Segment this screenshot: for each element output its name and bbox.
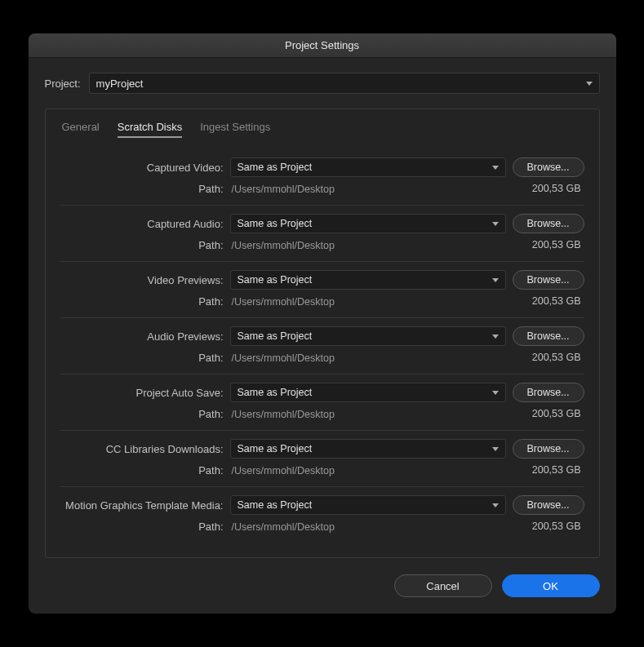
- captured-video-path: /Users/mmohl/Desktop: [230, 182, 506, 195]
- auto-save-size: 200,53 GB: [513, 408, 584, 419]
- video-previews-size: 200,53 GB: [513, 295, 584, 307]
- chevron-down-icon: [586, 82, 593, 86]
- audio-previews-label: Audio Previews:: [60, 330, 224, 343]
- dialog-title: Project Settings: [29, 33, 616, 58]
- settings-panel: General Scratch Disks Ingest Settings Ca…: [45, 109, 600, 558]
- motion-graphics-value: Same as Project: [238, 499, 313, 511]
- audio-previews-browse-button[interactable]: Browse...: [513, 326, 584, 346]
- project-settings-dialog: Project Settings Project: myProject Gene…: [29, 33, 616, 614]
- tab-ingest-settings[interactable]: Ingest Settings: [200, 117, 270, 138]
- project-label: Project:: [45, 78, 81, 90]
- audio-previews-size: 200,53 GB: [513, 352, 584, 363]
- cc-libraries-value: Same as Project: [238, 443, 313, 454]
- audio-previews-path: /Users/mmohl/Desktop: [230, 351, 506, 364]
- cc-libraries-browse-button[interactable]: Browse...: [513, 439, 584, 459]
- section-motion-graphics: Motion Graphics Template Media: Same as …: [60, 487, 584, 543]
- captured-audio-browse-button[interactable]: Browse...: [513, 214, 584, 233]
- path-label: Path:: [60, 408, 224, 420]
- path-label: Path:: [60, 295, 224, 308]
- captured-video-browse-button[interactable]: Browse...: [513, 157, 584, 177]
- captured-audio-path: /Users/mmohl/Desktop: [230, 238, 506, 251]
- auto-save-label: Project Auto Save:: [60, 387, 224, 399]
- path-label: Path:: [60, 464, 224, 476]
- tab-general[interactable]: General: [62, 117, 100, 138]
- chevron-down-icon: [492, 447, 499, 451]
- tab-bar: General Scratch Disks Ingest Settings: [60, 117, 584, 138]
- ok-button[interactable]: OK: [502, 574, 600, 597]
- path-label: Path:: [60, 521, 224, 533]
- cc-libraries-path: /Users/mmohl/Desktop: [230, 463, 506, 476]
- chevron-down-icon: [492, 166, 499, 170]
- chevron-down-icon: [492, 335, 499, 339]
- project-select-value: myProject: [96, 78, 144, 90]
- motion-graphics-browse-button[interactable]: Browse...: [513, 495, 584, 515]
- captured-video-label: Captured Video:: [60, 162, 224, 174]
- audio-previews-dropdown[interactable]: Same as Project: [230, 326, 506, 346]
- auto-save-browse-button[interactable]: Browse...: [513, 383, 584, 402]
- captured-audio-size: 200,53 GB: [513, 239, 584, 250]
- auto-save-value: Same as Project: [238, 387, 313, 398]
- section-captured-audio: Captured Audio: Same as Project Browse..…: [60, 206, 584, 262]
- section-audio-previews: Audio Previews: Same as Project Browse..…: [60, 318, 584, 374]
- motion-graphics-label: Motion Graphics Template Media:: [60, 499, 224, 512]
- auto-save-dropdown[interactable]: Same as Project: [230, 383, 506, 402]
- motion-graphics-size: 200,53 GB: [513, 521, 584, 532]
- captured-audio-label: Captured Audio:: [60, 218, 224, 230]
- section-video-previews: Video Previews: Same as Project Browse..…: [60, 262, 584, 318]
- path-label: Path:: [60, 352, 224, 364]
- project-select[interactable]: myProject: [89, 73, 600, 94]
- motion-graphics-dropdown[interactable]: Same as Project: [230, 495, 506, 515]
- video-previews-label: Video Previews:: [60, 274, 224, 286]
- captured-video-value: Same as Project: [238, 162, 313, 173]
- path-label: Path:: [60, 183, 224, 195]
- section-auto-save: Project Auto Save: Same as Project Brows…: [60, 374, 584, 431]
- captured-video-dropdown[interactable]: Same as Project: [230, 157, 506, 177]
- captured-audio-dropdown[interactable]: Same as Project: [230, 214, 506, 233]
- dialog-footer: Cancel OK: [45, 574, 600, 597]
- captured-audio-value: Same as Project: [238, 218, 313, 229]
- video-previews-value: Same as Project: [238, 274, 313, 286]
- motion-graphics-path: /Users/mmohl/Desktop: [230, 520, 506, 533]
- video-previews-path: /Users/mmohl/Desktop: [230, 295, 506, 308]
- captured-video-size: 200,53 GB: [513, 183, 584, 194]
- chevron-down-icon: [492, 278, 499, 282]
- path-label: Path:: [60, 239, 224, 251]
- video-previews-browse-button[interactable]: Browse...: [513, 270, 584, 290]
- section-captured-video: Captured Video: Same as Project Browse..…: [60, 149, 584, 206]
- project-row: Project: myProject: [45, 73, 600, 94]
- chevron-down-icon: [492, 503, 499, 507]
- chevron-down-icon: [492, 222, 499, 226]
- auto-save-path: /Users/mmohl/Desktop: [230, 407, 506, 420]
- audio-previews-value: Same as Project: [238, 330, 313, 342]
- cc-libraries-dropdown[interactable]: Same as Project: [230, 439, 506, 459]
- cancel-button[interactable]: Cancel: [394, 574, 492, 597]
- cc-libraries-label: CC Libraries Downloads:: [60, 443, 224, 455]
- section-cc-libraries: CC Libraries Downloads: Same as Project …: [60, 431, 584, 487]
- tab-scratch-disks[interactable]: Scratch Disks: [118, 117, 182, 138]
- dialog-content: Project: myProject General Scratch Disks…: [29, 58, 616, 614]
- cc-libraries-size: 200,53 GB: [513, 464, 584, 476]
- chevron-down-icon: [492, 391, 499, 395]
- video-previews-dropdown[interactable]: Same as Project: [230, 270, 506, 290]
